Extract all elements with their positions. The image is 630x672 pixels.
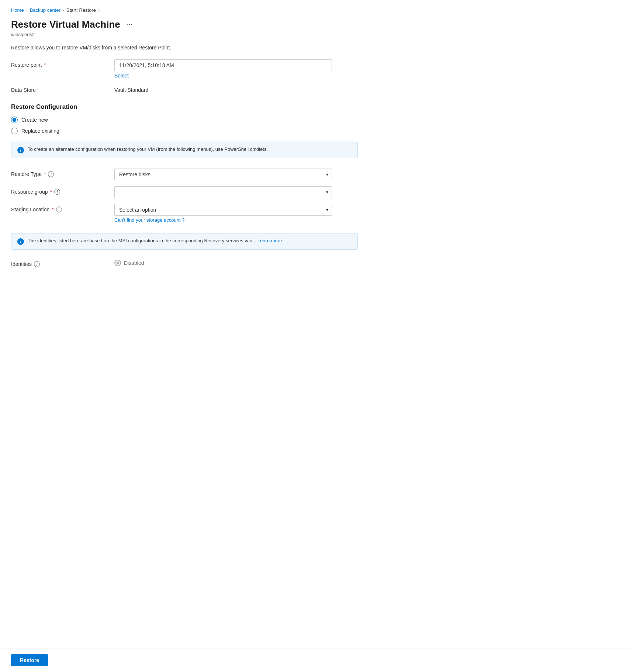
disabled-radio-inner xyxy=(117,262,119,264)
staging-location-dropdown-wrapper: Select an option ▾ xyxy=(114,204,332,216)
learn-more-link[interactable]: Learn more. xyxy=(257,238,283,243)
ellipsis-button[interactable]: ··· xyxy=(125,20,135,29)
staging-location-row: Staging Location * i Select an option ▾ … xyxy=(11,204,358,223)
page-header: Restore Virtual Machine ··· xyxy=(11,19,358,30)
resource-group-dropdown-wrapper: ▾ xyxy=(114,186,332,198)
resource-group-value: ▾ xyxy=(114,186,358,198)
restore-button[interactable]: Restore xyxy=(11,654,48,666)
restore-type-value: Restore disks Create virtual machine Rep… xyxy=(114,169,358,180)
radio-replace-existing[interactable]: Replace existing xyxy=(11,128,358,134)
breadcrumb-backup-center[interactable]: Backup center xyxy=(30,7,60,13)
footer-bar: Restore xyxy=(0,648,630,672)
identities-disabled-radio: Disabled xyxy=(114,260,358,266)
data-store-label: Data Store xyxy=(11,84,114,93)
restore-point-select-link[interactable]: Select xyxy=(114,73,358,79)
breadcrumb-sep-1: › xyxy=(26,8,28,13)
staging-location-value: Select an option ▾ Can't find your stora… xyxy=(114,204,358,223)
radio-create-new-input[interactable] xyxy=(11,117,18,123)
restore-type-section: Restore Type * i Restore disks Create vi… xyxy=(11,169,358,223)
restore-point-section: Restore point * 11/20/2021, 5:10:18 AM S… xyxy=(11,59,358,93)
radio-create-new[interactable]: Create new xyxy=(11,117,358,123)
breadcrumb-home[interactable]: Home xyxy=(11,7,24,13)
disabled-label: Disabled xyxy=(124,260,144,266)
restore-point-label: Restore point * xyxy=(11,59,114,68)
staging-location-select[interactable]: Select an option xyxy=(114,204,332,216)
page-description: Restore allows you to restore VM/disks f… xyxy=(11,45,358,51)
data-store-row: Data Store Vault-Standard xyxy=(11,84,358,93)
info-banner-identities-text: The identities listed here are based on … xyxy=(28,238,283,243)
restore-type-row: Restore Type * i Restore disks Create vi… xyxy=(11,169,358,180)
resource-group-required: * xyxy=(50,189,52,195)
staging-location-label: Staging Location * i xyxy=(11,204,114,212)
identities-row: Identities i Disabled xyxy=(11,259,358,267)
identities-value: Disabled xyxy=(114,260,358,266)
restore-point-box: 11/20/2021, 5:10:18 AM xyxy=(114,59,332,71)
resource-group-label: Resource group * i xyxy=(11,186,114,195)
info-banner-powershell: i To create an alternate configuration w… xyxy=(11,142,358,158)
restore-type-label: Restore Type * i xyxy=(11,169,114,177)
restore-config-radio-group: Create new Replace existing xyxy=(11,117,358,134)
breadcrumb-current: Start: Restore xyxy=(66,7,96,13)
restore-point-value: 11/20/2021, 5:10:18 AM Select xyxy=(114,59,358,79)
info-banner-powershell-text: To create an alternate configuration whe… xyxy=(28,146,268,152)
subtitle: winsqleus2 xyxy=(11,32,358,37)
restore-config-section: Restore Configuration Create new Replace… xyxy=(11,103,358,158)
radio-replace-existing-input[interactable] xyxy=(11,128,18,134)
restore-point-row: Restore point * 11/20/2021, 5:10:18 AM S… xyxy=(11,59,358,79)
radio-create-new-label: Create new xyxy=(21,117,48,123)
breadcrumb: Home › Backup center › Start: Restore › xyxy=(11,7,358,13)
disabled-radio-circle xyxy=(114,260,121,266)
identities-label: Identities i xyxy=(11,259,114,267)
data-store-text: Vault-Standard xyxy=(114,84,358,93)
data-store-value: Vault-Standard xyxy=(114,84,358,93)
restore-type-dropdown-wrapper: Restore disks Create virtual machine Rep… xyxy=(114,169,332,180)
identities-info-icon[interactable]: i xyxy=(34,261,40,267)
radio-replace-existing-label: Replace existing xyxy=(21,128,59,134)
staging-location-info-icon[interactable]: i xyxy=(56,207,62,212)
restore-type-required: * xyxy=(44,171,46,177)
info-icon-identities: i xyxy=(17,238,24,245)
page-title: Restore Virtual Machine xyxy=(11,19,120,30)
resource-group-row: Resource group * i ▾ xyxy=(11,186,358,198)
restore-point-required: * xyxy=(44,62,46,68)
info-banner-identities: i The identities listed here are based o… xyxy=(11,233,358,250)
breadcrumb-sep-2: › xyxy=(63,8,64,13)
restore-type-select[interactable]: Restore disks Create virtual machine Rep… xyxy=(114,169,332,180)
staging-location-required: * xyxy=(52,207,53,212)
breadcrumb-sep-3: › xyxy=(98,8,100,13)
restore-config-heading: Restore Configuration xyxy=(11,103,358,111)
info-icon-powershell: i xyxy=(17,147,24,153)
resource-group-info-icon[interactable]: i xyxy=(54,189,60,195)
storage-account-link[interactable]: Can't find your storage account ? xyxy=(114,217,358,223)
restore-type-info-icon[interactable]: i xyxy=(48,171,54,177)
resource-group-select[interactable] xyxy=(114,186,332,198)
